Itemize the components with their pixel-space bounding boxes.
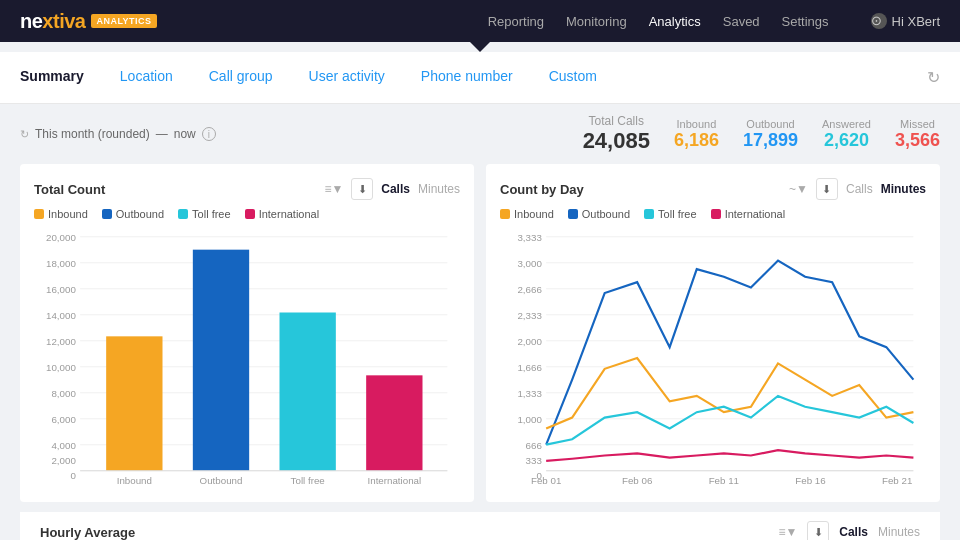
svg-text:1,000: 1,000: [517, 414, 542, 425]
missed-stat: Missed 3,566: [895, 118, 940, 151]
line-legend-outbound: Outbound: [568, 208, 630, 220]
svg-text:18,000: 18,000: [46, 258, 76, 269]
hourly-toggle-calls[interactable]: Calls: [839, 525, 868, 539]
line-legend-inbound-dot: [500, 209, 510, 219]
line-chart-legend: Inbound Outbound Toll free International: [500, 208, 926, 220]
line-sort-icon[interactable]: ~▼: [789, 182, 808, 196]
user-greeting: Hi XBert: [892, 14, 940, 29]
hourly-controls: ≡▼ ⬇ Calls Minutes: [778, 521, 920, 540]
line-legend-inbound-label: Inbound: [514, 208, 554, 220]
bar-toggle-minutes[interactable]: Minutes: [418, 182, 460, 196]
line-chart-header: Count by Day ~▼ ⬇ Calls Minutes: [500, 178, 926, 200]
svg-text:2,000: 2,000: [517, 336, 542, 347]
user-icon: ⊙: [871, 13, 887, 29]
answered-value: 2,620: [822, 130, 871, 151]
nav-monitoring[interactable]: Monitoring: [566, 14, 627, 29]
svg-text:12,000: 12,000: [46, 336, 76, 347]
nav-reporting[interactable]: Reporting: [488, 14, 544, 29]
svg-text:16,000: 16,000: [46, 284, 76, 295]
total-calls-label: Total Calls: [583, 114, 650, 128]
main-content: ↻ This month (rounded) — now i Total Cal…: [0, 104, 960, 540]
legend-international-dot: [245, 209, 255, 219]
legend-outbound-dot: [102, 209, 112, 219]
svg-text:International: International: [367, 475, 421, 486]
refresh-icon[interactable]: ↻: [927, 68, 940, 87]
line-legend-international-label: International: [725, 208, 786, 220]
line-legend-tollfree-label: Toll free: [658, 208, 697, 220]
svg-text:4,000: 4,000: [51, 440, 76, 451]
svg-text:6,000: 6,000: [51, 414, 76, 425]
nav-arrow: [0, 42, 960, 52]
nav-links: Reporting Monitoring Analytics Saved Set…: [488, 13, 940, 29]
svg-text:Feb 01: Feb 01: [531, 475, 561, 486]
bar-chart-header: Total Count ≡▼ ⬇ Calls Minutes: [34, 178, 460, 200]
bar-chart-svg: 20,000 18,000 16,000 14,000 12,000 10,00…: [34, 228, 460, 488]
bar-download-button[interactable]: ⬇: [351, 178, 373, 200]
tab-summary[interactable]: Summary: [20, 52, 102, 104]
svg-text:Feb 11: Feb 11: [709, 475, 739, 486]
nav-settings[interactable]: Settings: [782, 14, 829, 29]
svg-text:3,000: 3,000: [517, 258, 542, 269]
line-legend-outbound-dot: [568, 209, 578, 219]
outbound-value: 17,899: [743, 130, 798, 151]
logo: nextiva ANALYTICS: [20, 10, 157, 33]
total-calls-stat: Total Calls 24,085: [583, 114, 650, 154]
line-legend-international-dot: [711, 209, 721, 219]
svg-text:666: 666: [526, 440, 542, 451]
outbound-stat: Outbound 17,899: [743, 118, 798, 151]
line-toggle-calls[interactable]: Calls: [846, 182, 873, 196]
bar-sort-icon[interactable]: ≡▼: [324, 182, 343, 196]
user-area: ⊙ Hi XBert: [871, 13, 940, 29]
svg-text:1,333: 1,333: [517, 388, 541, 399]
nav-analytics[interactable]: Analytics: [649, 14, 701, 29]
bar-chart-svg-area: 20,000 18,000 16,000 14,000 12,000 10,00…: [34, 228, 460, 488]
svg-text:Feb 06: Feb 06: [622, 475, 652, 486]
bar-toggle-calls[interactable]: Calls: [381, 182, 410, 196]
date-filter: ↻ This month (rounded) — now i: [20, 127, 216, 141]
hourly-download-button[interactable]: ⬇: [807, 521, 829, 540]
line-chart-controls: ~▼ ⬇ Calls Minutes: [789, 178, 926, 200]
svg-text:Feb 21: Feb 21: [882, 475, 912, 486]
top-navigation: nextiva ANALYTICS Reporting Monitoring A…: [0, 0, 960, 42]
date-info-icon: i: [202, 127, 216, 141]
tab-custom[interactable]: Custom: [531, 52, 615, 104]
tabs-bar: Summary Location Call group User activit…: [0, 52, 960, 104]
line-legend-international: International: [711, 208, 786, 220]
line-toggle-minutes[interactable]: Minutes: [881, 182, 926, 196]
answered-label: Answered: [822, 118, 871, 130]
tab-useractivity[interactable]: User activity: [291, 52, 403, 104]
date-end: now: [174, 127, 196, 141]
svg-text:Feb 16: Feb 16: [795, 475, 825, 486]
svg-text:333: 333: [526, 455, 542, 466]
svg-text:8,000: 8,000: [51, 388, 76, 399]
nav-saved[interactable]: Saved: [723, 14, 760, 29]
bar-chart-controls: ≡▼ ⬇ Calls Minutes: [324, 178, 460, 200]
date-range-label: This month (rounded): [35, 127, 150, 141]
hourly-toggle-minutes[interactable]: Minutes: [878, 525, 920, 539]
refresh-sm-icon: ↻: [20, 128, 29, 141]
line-chart-svg-area: 3,333 3,000 2,666 2,333 2,000 1,666 1,33…: [500, 228, 926, 488]
bar-chart-title: Total Count: [34, 182, 105, 197]
legend-tollfree-dot: [178, 209, 188, 219]
svg-text:1,666: 1,666: [517, 362, 541, 373]
bar-international: [366, 375, 422, 470]
svg-text:2,000: 2,000: [51, 455, 76, 466]
bar-outbound: [193, 250, 249, 471]
svg-text:Outbound: Outbound: [200, 475, 243, 486]
legend-outbound: Outbound: [102, 208, 164, 220]
bar-chart-legend: Inbound Outbound Toll free International: [34, 208, 460, 220]
line-download-button[interactable]: ⬇: [816, 178, 838, 200]
total-calls-value: 24,085: [583, 128, 650, 154]
hourly-sort-icon[interactable]: ≡▼: [778, 525, 797, 539]
legend-tollfree-label: Toll free: [192, 208, 231, 220]
line-legend-tollfree-dot: [644, 209, 654, 219]
tab-phonenumber[interactable]: Phone number: [403, 52, 531, 104]
legend-tollfree: Toll free: [178, 208, 231, 220]
line-legend-outbound-label: Outbound: [582, 208, 630, 220]
legend-inbound: Inbound: [34, 208, 88, 220]
bar-inbound: [106, 336, 162, 470]
tab-location[interactable]: Location: [102, 52, 191, 104]
answered-stat: Answered 2,620: [822, 118, 871, 151]
tab-callgroup[interactable]: Call group: [191, 52, 291, 104]
analytics-badge: ANALYTICS: [91, 14, 156, 28]
